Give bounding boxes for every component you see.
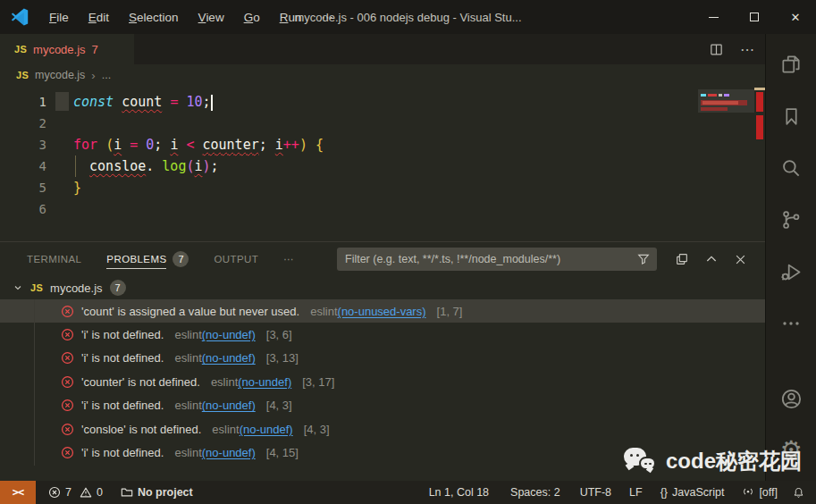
source-control-icon[interactable]: [770, 198, 812, 241]
problem-source: eslint(no-undef): [208, 423, 292, 436]
language-mode[interactable]: {} JavaScript: [653, 481, 732, 504]
editor-more-actions-icon[interactable]: ⋯: [740, 41, 754, 58]
code-line[interactable]: 1const count = 10;: [0, 91, 765, 113]
close-button[interactable]: ✕: [775, 0, 816, 34]
view-as-table-icon[interactable]: [675, 252, 689, 266]
maximize-panel-icon[interactable]: [704, 252, 719, 266]
line-number: 6: [0, 198, 50, 220]
remote-indicator[interactable]: ><: [0, 481, 36, 504]
problem-row[interactable]: 'consloe' is not defined.eslint(no-undef…: [0, 417, 765, 441]
text-cursor: [211, 95, 213, 111]
rule-link[interactable]: (no-undef): [202, 328, 256, 341]
indentation[interactable]: Spaces: 2: [503, 481, 568, 504]
rule-link[interactable]: (no-unused-vars): [338, 305, 426, 318]
problem-source: eslint(no-undef): [171, 399, 255, 412]
breadcrumb[interactable]: JS mycode.js › ...: [0, 64, 765, 86]
problem-row[interactable]: 'i' is not defined.eslint(no-undef)[4, 3…: [0, 394, 765, 417]
panel-tab-more[interactable]: ⋯: [283, 242, 294, 276]
rule-link[interactable]: (no-undef): [202, 446, 256, 459]
tab-mycode-js[interactable]: JS mycode.js 7: [0, 34, 134, 64]
problem-message: 'consloe' is not defined.: [81, 423, 201, 436]
rule-link[interactable]: (no-undef): [238, 375, 291, 389]
broadcast-icon: [742, 486, 754, 499]
notifications-bell[interactable]: [785, 481, 812, 504]
screencast-status[interactable]: [off]: [735, 481, 785, 504]
menu-item-go[interactable]: Go: [234, 11, 270, 24]
problem-row[interactable]: 'i' is not defined.eslint(no-undef)[3, 1…: [0, 347, 765, 370]
panel-tab-problems[interactable]: PROBLEMS7: [106, 242, 189, 276]
account-icon[interactable]: [770, 377, 812, 420]
error-icon: [61, 351, 74, 365]
menu-item-file[interactable]: File: [39, 11, 79, 24]
braces-icon: {}: [660, 486, 668, 499]
breadcrumb-file[interactable]: mycode.js: [35, 69, 85, 81]
editor-tab-strip: JS mycode.js 7 ⋯: [0, 34, 765, 64]
overview-ruler: [754, 86, 765, 241]
status-bar: >< 7 0 No project Ln 1, Col 18 Spaces: 2…: [0, 481, 816, 504]
filter-icon[interactable]: [636, 252, 651, 266]
menu-item-more[interactable]: ⋯: [311, 10, 343, 24]
code-line[interactable]: 2: [0, 113, 765, 134]
encoding[interactable]: UTF-8: [573, 481, 618, 504]
js-lang-icon: JS: [16, 70, 29, 80]
breadcrumb-symbol[interactable]: ...: [102, 69, 111, 81]
menu-item-view[interactable]: View: [189, 11, 234, 24]
vscode-window: FileEditSelectionViewGoRun⋯ mycode.js - …: [0, 0, 816, 504]
error-icon: [61, 446, 74, 459]
problem-source: eslint(no-undef): [171, 351, 255, 365]
problem-message: 'count' is assigned a value but never us…: [81, 305, 299, 318]
error-count: 7: [65, 486, 72, 499]
minimize-button[interactable]: [693, 0, 734, 34]
more-views-icon[interactable]: [770, 302, 812, 345]
code-text: [50, 113, 73, 134]
activity-bar: ⚙: [766, 34, 816, 481]
problem-source: eslint(no-undef): [207, 375, 291, 389]
run-and-debug-icon[interactable]: [770, 250, 812, 293]
search-icon[interactable]: [770, 147, 812, 189]
cursor-position[interactable]: Ln 1, Col 18: [422, 481, 496, 504]
problems-status[interactable]: 7 0: [41, 481, 110, 504]
menu-item-run[interactable]: Run: [270, 11, 312, 24]
chevron-down-icon: [13, 282, 23, 293]
problem-position: [4, 3]: [304, 423, 330, 436]
panel-tab-terminal[interactable]: TERMINAL: [27, 242, 81, 276]
split-editor-icon[interactable]: [709, 42, 724, 57]
minimap-error-line: [701, 107, 728, 111]
problems-file-group[interactable]: JS mycode.js 7: [0, 276, 765, 299]
code-line[interactable]: 5}: [0, 177, 765, 198]
code-line[interactable]: 4 consloe. log(i);: [0, 155, 765, 177]
project-status[interactable]: No project: [114, 481, 200, 504]
line-number: 4: [0, 155, 50, 177]
problems-filter-input[interactable]: [337, 248, 657, 271]
menu-item-selection[interactable]: Selection: [119, 11, 189, 24]
overview-cursor-mark: [754, 88, 765, 90]
explorer-icon[interactable]: [770, 43, 812, 86]
language-label: JavaScript: [672, 486, 724, 499]
chevron-right-icon: ›: [91, 69, 95, 82]
code-editor[interactable]: 1const count = 10;23for (i = 0; i < coun…: [0, 86, 765, 241]
problem-row[interactable]: 'count' is assigned a value but never us…: [0, 299, 765, 323]
rule-link[interactable]: (no-undef): [240, 423, 293, 436]
panel-tab-badge: 7: [172, 251, 189, 267]
bookmarks-icon[interactable]: [770, 95, 812, 138]
maximize-button[interactable]: [734, 0, 775, 34]
code-line[interactable]: 3for (i = 0; i < counter; i++) {: [0, 134, 765, 155]
problem-row[interactable]: 'i' is not defined.eslint(no-undef)[3, 6…: [0, 323, 765, 346]
error-icon: [61, 328, 74, 341]
group-filename: mycode.js: [50, 281, 103, 295]
code-line[interactable]: 6: [0, 198, 765, 220]
menu-item-edit[interactable]: Edit: [79, 11, 119, 24]
bell-icon: [792, 486, 805, 500]
problem-message: 'i' is not defined.: [81, 351, 164, 365]
minimap[interactable]: [698, 89, 754, 152]
js-lang-icon: JS: [30, 282, 43, 293]
js-lang-icon: JS: [14, 44, 27, 55]
close-panel-icon[interactable]: [734, 253, 747, 266]
eol[interactable]: LF: [622, 481, 650, 504]
problem-message: 'i' is not defined.: [81, 328, 164, 341]
rule-link[interactable]: (no-undef): [202, 351, 256, 365]
rule-link[interactable]: (no-undef): [202, 399, 256, 412]
problem-row[interactable]: 'counter' is not defined.eslint(no-undef…: [0, 370, 765, 393]
panel-tab-output[interactable]: OUTPUT: [214, 242, 258, 276]
line-number: 5: [0, 177, 50, 198]
